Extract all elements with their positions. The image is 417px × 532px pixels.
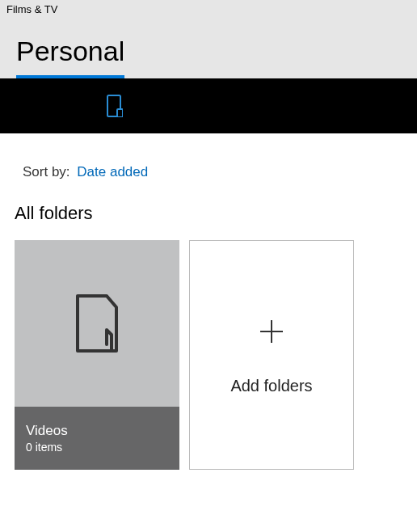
add-folders-tile[interactable]: Add folders bbox=[189, 240, 354, 470]
toolbar bbox=[0, 78, 417, 133]
page-title-text: Personal bbox=[16, 36, 124, 66]
window-title: Films & TV bbox=[6, 3, 57, 15]
folder-count: 0 items bbox=[26, 441, 168, 454]
page-header: Personal bbox=[0, 16, 417, 78]
sort-value-dropdown[interactable]: Date added bbox=[77, 164, 148, 179]
plus-icon bbox=[255, 315, 288, 348]
sort-row: Sort by: Date added bbox=[15, 148, 402, 188]
page-title-tab[interactable]: Personal bbox=[16, 36, 124, 78]
folder-grid: Videos 0 items Add folders bbox=[15, 240, 402, 470]
content-area: Sort by: Date added All folders Videos 0… bbox=[0, 133, 417, 484]
connect-device-button[interactable] bbox=[101, 93, 127, 119]
window-title-bar: Films & TV bbox=[0, 0, 417, 16]
document-icon bbox=[73, 294, 121, 353]
folder-tile-preview bbox=[15, 240, 179, 407]
add-folders-label: Add folders bbox=[230, 377, 312, 395]
device-icon bbox=[105, 95, 123, 117]
svg-rect-1 bbox=[117, 109, 123, 117]
section-title: All folders bbox=[15, 203, 402, 224]
sort-label: Sort by: bbox=[23, 164, 70, 179]
folder-name: Videos bbox=[26, 423, 168, 439]
folder-tile-footer: Videos 0 items bbox=[15, 407, 179, 470]
folder-tile[interactable]: Videos 0 items bbox=[15, 240, 179, 470]
